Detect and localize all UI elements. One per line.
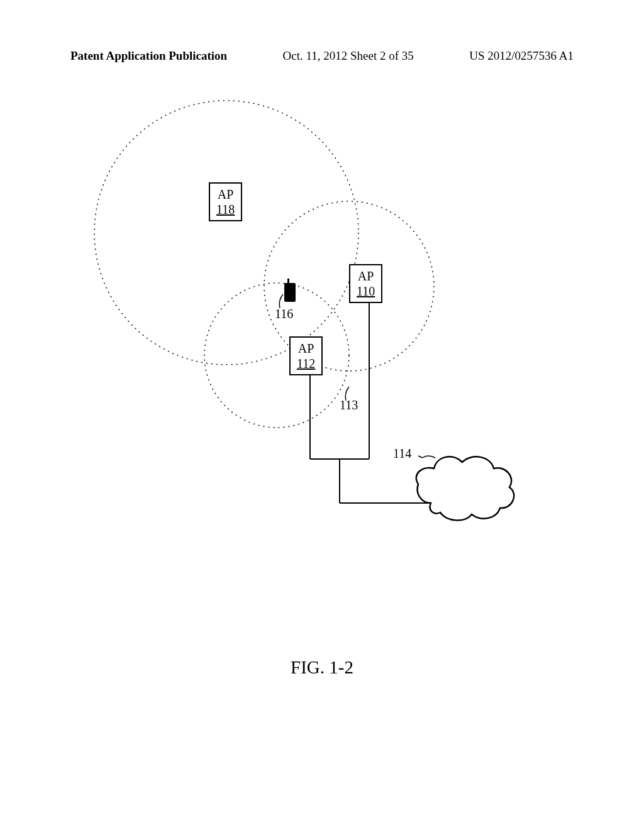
ref-label-114: 114: [393, 446, 411, 461]
ap-box-118: AP 118: [209, 182, 242, 221]
cloud-icon: [416, 456, 514, 520]
callout-line-114: [418, 456, 423, 458]
diagram: AP 118 AP 110 AP 112 116 113 114: [0, 94, 644, 597]
page-header: Patent Application Publication Oct. 11, …: [0, 49, 644, 63]
ap-number: 112: [297, 356, 315, 371]
figure-label: FIG. 1-2: [0, 657, 644, 678]
ap-number: 110: [357, 284, 375, 299]
callout-arc-116: [279, 294, 283, 308]
svg-rect-1: [287, 279, 289, 284]
ref-label-113: 113: [340, 398, 358, 412]
svg-rect-0: [284, 283, 296, 302]
header-left: Patent Application Publication: [70, 49, 227, 63]
ap-box-110: AP 110: [349, 264, 382, 303]
ap-number: 118: [216, 202, 235, 217]
coverage-circle-112: [204, 283, 349, 428]
ap-label: AP: [357, 268, 375, 284]
header-center: Oct. 11, 2012 Sheet 2 of 35: [283, 49, 414, 63]
ref-label-116: 116: [275, 307, 293, 321]
mobile-device-icon: [284, 279, 296, 302]
callout-arc-114: [423, 456, 435, 458]
ap-box-112: AP 112: [289, 336, 323, 375]
ap-label: AP: [216, 187, 235, 202]
coverage-circle-118: [94, 101, 358, 365]
header-right: US 2012/0257536 A1: [469, 49, 574, 63]
ap-label: AP: [297, 341, 315, 356]
